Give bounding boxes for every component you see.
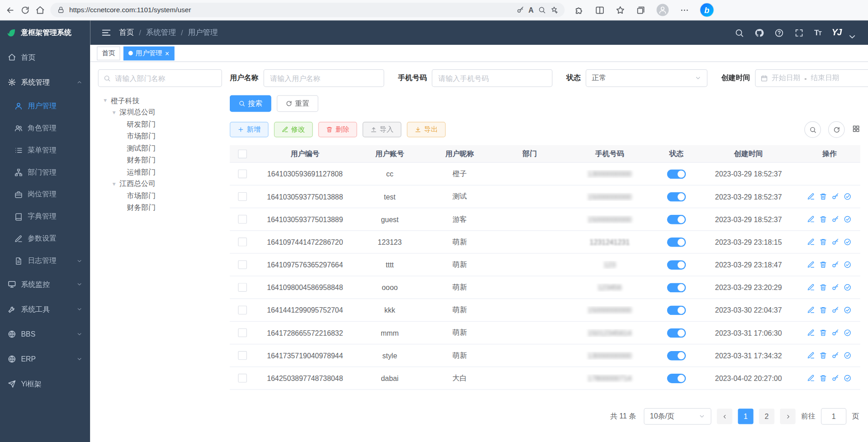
edit-icon[interactable] — [807, 352, 815, 359]
assign-role-icon[interactable] — [844, 261, 852, 268]
next-page-button[interactable] — [780, 409, 795, 424]
reset-password-icon[interactable] — [832, 329, 840, 337]
back-icon[interactable] — [5, 5, 15, 15]
goto-page-input[interactable] — [821, 408, 846, 425]
status-toggle[interactable] — [667, 260, 686, 270]
reset-password-icon[interactable] — [832, 261, 840, 268]
reset-password-icon[interactable] — [832, 193, 840, 200]
row-checkbox[interactable] — [238, 238, 247, 247]
reload-icon[interactable] — [20, 5, 30, 15]
browser-profile-avatar[interactable] — [656, 4, 669, 16]
split-screen-icon[interactable] — [595, 5, 605, 15]
tree-node[interactable]: 研发部门 — [98, 119, 222, 130]
breadcrumb-system[interactable]: 系统管理 — [146, 28, 176, 38]
bing-copilot-icon[interactable]: b — [700, 3, 713, 16]
sidebar-item-yi-framework[interactable]: Yi框架 — [0, 371, 90, 396]
edit-icon[interactable] — [807, 193, 815, 200]
delete-icon[interactable] — [820, 193, 827, 200]
delete-icon[interactable] — [820, 329, 827, 337]
row-checkbox[interactable] — [238, 283, 247, 292]
status-toggle[interactable] — [667, 214, 686, 224]
tree-node[interactable]: 运维部门 — [98, 166, 222, 178]
sidebar-item-system-management[interactable]: 系统管理 — [0, 70, 90, 95]
sidebar-item-user-management[interactable]: 用户管理 — [0, 95, 90, 117]
assign-role-icon[interactable] — [844, 238, 852, 246]
sidebar-toggle-icon[interactable] — [101, 28, 111, 38]
reset-password-icon[interactable] — [832, 374, 840, 382]
delete-icon[interactable] — [820, 238, 827, 246]
date-range-picker[interactable]: 开始日期 - 结束日期 — [755, 69, 868, 87]
address-bar[interactable]: https://ccnetcore.com:1101/system/user A — [50, 3, 564, 17]
caret-down-icon[interactable]: ▾ — [102, 97, 108, 104]
tree-node[interactable]: ▾橙子科技 — [98, 95, 222, 106]
modify-button[interactable]: 修改 — [274, 122, 313, 137]
status-toggle[interactable] — [667, 373, 686, 383]
page-button-2[interactable]: 2 — [759, 409, 774, 424]
dept-search-input[interactable] — [114, 73, 216, 83]
prev-page-button[interactable] — [717, 409, 732, 424]
tree-node[interactable]: 市场部门 — [98, 130, 222, 142]
reset-password-icon[interactable] — [832, 306, 840, 314]
row-checkbox[interactable] — [238, 192, 247, 201]
sidebar-item-dept-management[interactable]: 部门管理 — [0, 161, 90, 183]
export-button[interactable]: 导出 — [407, 122, 446, 137]
reset-password-icon[interactable] — [832, 238, 840, 246]
row-checkbox[interactable] — [238, 351, 247, 360]
status-toggle[interactable] — [667, 237, 686, 247]
edit-icon[interactable] — [807, 238, 815, 246]
select-all-checkbox[interactable] — [238, 149, 247, 158]
reset-button[interactable]: 重置 — [277, 95, 318, 112]
row-checkbox[interactable] — [238, 260, 247, 269]
delete-icon[interactable] — [820, 306, 827, 314]
assign-role-icon[interactable] — [844, 306, 852, 314]
home-icon[interactable] — [35, 5, 45, 15]
delete-icon[interactable] — [820, 215, 827, 223]
row-checkbox[interactable] — [238, 306, 247, 315]
zoom-icon[interactable] — [538, 6, 546, 14]
tree-node[interactable]: ▾江西总公司 — [98, 178, 222, 190]
delete-icon[interactable] — [820, 374, 827, 382]
status-toggle[interactable] — [667, 283, 686, 292]
close-icon[interactable]: × — [165, 50, 169, 57]
sidebar-item-system-tools[interactable]: 系统工具 — [0, 297, 90, 322]
user-avatar[interactable]: YJ — [832, 28, 842, 38]
import-button[interactable]: 导入 — [363, 122, 402, 137]
add-button[interactable]: 新增 — [230, 122, 269, 137]
tab-user-management[interactable]: 用户管理 × — [123, 46, 174, 60]
status-toggle[interactable] — [667, 192, 686, 201]
delete-icon[interactable] — [820, 352, 827, 359]
help-icon[interactable] — [774, 28, 784, 38]
status-select[interactable]: 正常 — [586, 69, 707, 87]
tree-node[interactable]: 财务部门 — [98, 202, 222, 214]
breadcrumb-home[interactable]: 首页 — [119, 28, 134, 38]
show-search-toggle-button[interactable] — [804, 121, 821, 138]
reset-password-icon[interactable] — [832, 352, 840, 359]
status-toggle[interactable] — [667, 351, 686, 360]
assign-role-icon[interactable] — [844, 284, 852, 291]
edit-icon[interactable] — [807, 306, 815, 314]
reset-password-icon[interactable] — [832, 284, 840, 291]
read-aloud-icon[interactable]: A — [528, 6, 533, 14]
row-checkbox[interactable] — [238, 215, 247, 224]
row-checkbox[interactable] — [238, 169, 247, 178]
delete-icon[interactable] — [820, 261, 827, 268]
sidebar-item-home[interactable]: 首页 — [0, 45, 90, 70]
phone-input[interactable] — [437, 73, 547, 83]
tree-node[interactable]: 财务部门 — [98, 154, 222, 166]
sidebar-item-role-management[interactable]: 角色管理 — [0, 117, 90, 139]
caret-down-icon[interactable]: ▾ — [111, 181, 117, 188]
sidebar-item-erp[interactable]: ERP — [0, 347, 90, 371]
delete-icon[interactable] — [820, 284, 827, 291]
fullscreen-icon[interactable] — [794, 28, 804, 38]
assign-role-icon[interactable] — [844, 374, 852, 382]
caret-down-icon[interactable]: ▾ — [111, 109, 117, 116]
edit-icon[interactable] — [807, 215, 815, 223]
assign-role-icon[interactable] — [844, 215, 852, 223]
column-settings-button[interactable] — [852, 124, 860, 134]
page-size-select[interactable]: 10条/页 — [644, 408, 711, 425]
page-button-1[interactable]: 1 — [738, 409, 753, 424]
edit-icon[interactable] — [807, 374, 815, 382]
github-icon[interactable] — [754, 28, 764, 38]
url-text[interactable]: https://ccnetcore.com:1101/system/user — [69, 6, 512, 14]
delete-button[interactable]: 删除 — [318, 122, 357, 137]
